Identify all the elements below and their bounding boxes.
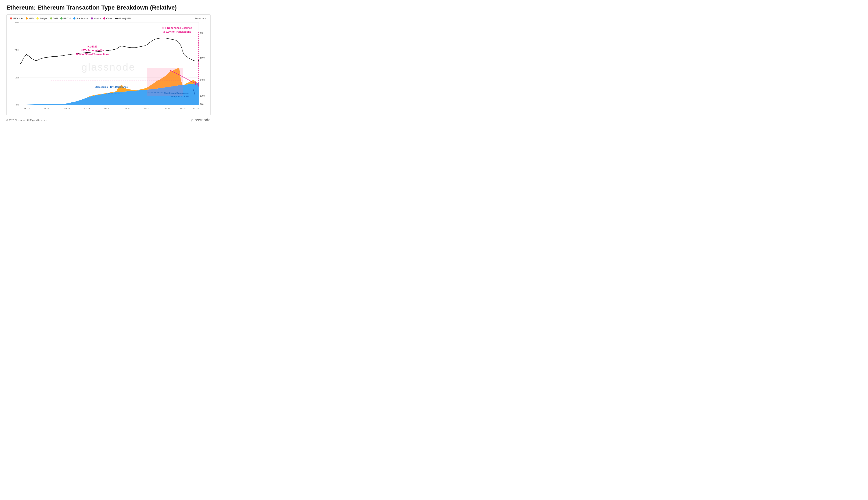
svg-text:$800: $800 bbox=[200, 57, 205, 59]
svg-text:Jul '19: Jul '19 bbox=[84, 107, 90, 110]
legend-item-mev: MEV bots bbox=[10, 17, 23, 20]
legend-label-nfts: NFTs bbox=[28, 17, 34, 20]
chart-svg: 36% 24% 12% 0% $2k $800 $400 $100 $60 Ja… bbox=[10, 21, 207, 113]
legend-label-vanilla: Vanilla bbox=[94, 17, 101, 20]
defi-dot bbox=[50, 18, 52, 20]
legend-item-other: Other bbox=[103, 17, 112, 20]
svg-text:Jan '21: Jan '21 bbox=[144, 107, 150, 110]
legend-item-defi: DeFi bbox=[50, 17, 58, 20]
svg-text:Jul '18: Jul '18 bbox=[44, 107, 49, 110]
legend-label-bridges: Bridges bbox=[39, 17, 47, 20]
legend-item-bridges: Bridges bbox=[36, 17, 47, 20]
legend-item-vanilla: Vanilla bbox=[91, 17, 101, 20]
svg-text:Jan '18: Jan '18 bbox=[23, 107, 30, 110]
legend-item-nfts: NFTs bbox=[26, 17, 34, 20]
erc20-dot bbox=[60, 18, 62, 20]
legend-item-price: Price [USD] bbox=[115, 17, 132, 20]
svg-text:Jul '22: Jul '22 bbox=[193, 107, 199, 110]
svg-text:Jul '20: Jul '20 bbox=[124, 107, 130, 110]
legend-label-mev: MEV bots bbox=[13, 17, 23, 20]
footer-logo: glassnode bbox=[191, 118, 210, 122]
legend-item-erc20: ERC20 bbox=[60, 17, 71, 20]
annotation-stablecoin-12: Stablecoin DominanceJumps to ~12.5% bbox=[164, 92, 189, 98]
annotation-nft-h1: H1-2022NFTs Accountedfor18% to 22% of Tr… bbox=[76, 45, 109, 56]
chart-area: glassnode 36% 24% 12% 0% $2k $800 $400 $… bbox=[10, 21, 207, 113]
other-dot bbox=[103, 18, 105, 20]
chart-container: MEV bots NFTs Bridges DeFi ERC20 bbox=[7, 14, 210, 115]
legend-label-erc20: ERC20 bbox=[64, 17, 71, 20]
mev-dot bbox=[10, 18, 12, 20]
annotation-nft-decline: NFT Dominance Declinedto 8.3% of Transac… bbox=[161, 26, 192, 34]
svg-text:$400: $400 bbox=[200, 79, 205, 81]
svg-text:12%: 12% bbox=[14, 76, 19, 79]
stablecoins-dot bbox=[73, 18, 76, 20]
svg-text:Jan '20: Jan '20 bbox=[104, 107, 110, 110]
vanilla-dot bbox=[91, 18, 93, 20]
copyright: © 2022 Glassnode. All Rights Reserved. bbox=[7, 119, 48, 122]
annotation-stablecoin-10: Stablecoins ~10% Dominance bbox=[95, 86, 128, 88]
legend-item-stablecoins: Stablecoins bbox=[73, 17, 88, 20]
svg-text:Jan '19: Jan '19 bbox=[64, 107, 70, 110]
svg-text:$100: $100 bbox=[200, 95, 205, 97]
svg-text:24%: 24% bbox=[14, 49, 19, 51]
svg-text:$2k: $2k bbox=[200, 32, 203, 35]
svg-text:Jul '21: Jul '21 bbox=[164, 107, 170, 110]
svg-text:$60: $60 bbox=[200, 103, 204, 105]
svg-text:Jan '22: Jan '22 bbox=[180, 107, 186, 110]
chart-header: MEV bots NFTs Bridges DeFi ERC20 bbox=[10, 17, 207, 20]
legend: MEV bots NFTs Bridges DeFi ERC20 bbox=[10, 17, 132, 20]
legend-label-stablecoins: Stablecoins bbox=[76, 17, 88, 20]
reset-zoom-button[interactable]: Reset zoom bbox=[195, 17, 207, 20]
legend-label-price: Price [USD] bbox=[119, 17, 132, 20]
footer: © 2022 Glassnode. All Rights Reserved. g… bbox=[7, 118, 210, 122]
legend-label-defi: DeFi bbox=[53, 17, 58, 20]
page-title: Ethereum: Ethereum Transaction Type Brea… bbox=[7, 4, 210, 11]
legend-label-other: Other bbox=[106, 17, 112, 20]
nfts-dot bbox=[26, 18, 28, 20]
price-line bbox=[115, 18, 118, 19]
bridges-dot bbox=[36, 18, 38, 20]
svg-text:0%: 0% bbox=[16, 104, 19, 106]
svg-text:36%: 36% bbox=[14, 21, 19, 24]
